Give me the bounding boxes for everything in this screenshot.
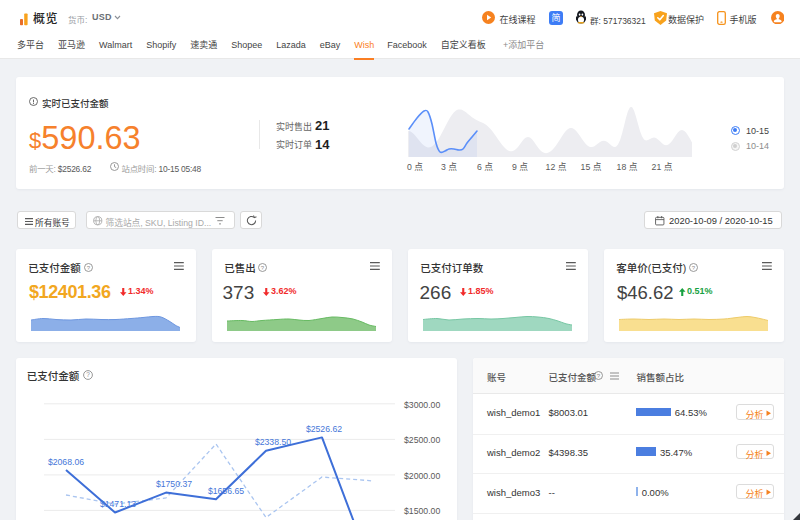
svg-text:?: ? <box>692 264 696 270</box>
svg-text:?: ? <box>87 264 91 270</box>
svg-text:?: ? <box>597 373 601 379</box>
svg-text:简: 简 <box>551 11 560 24</box>
svg-text:?: ? <box>261 264 265 270</box>
